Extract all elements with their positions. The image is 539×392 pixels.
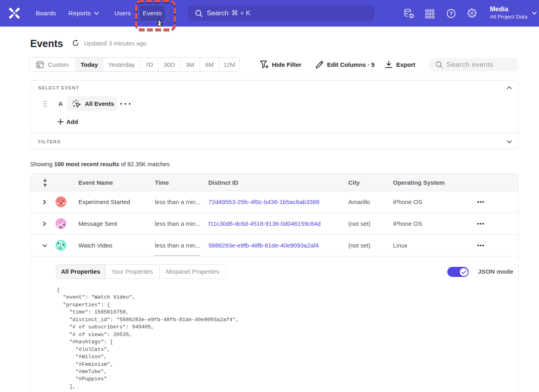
svg-text:?: ? [450, 10, 453, 17]
